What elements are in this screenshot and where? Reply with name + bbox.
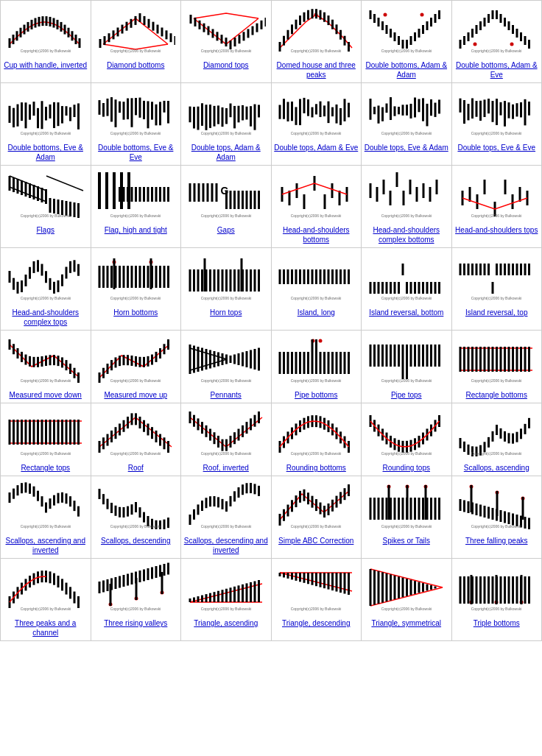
pattern-cell-island-reversal-bottom[interactable]: Copyright(c)2006 by BulkowskiIsland reve… — [362, 248, 452, 331]
pattern-cell-diamond-bottoms[interactable]: Copyright(c)2006 by BulkowskiDiamond bot… — [91, 1, 182, 83]
label-measured-move-up[interactable]: Measured move up — [104, 390, 167, 400]
pattern-cell-scallops-descending[interactable]: Copyright(c)2006 by BulkowskiScallops, d… — [91, 476, 182, 559]
pattern-cell-cup-with-handle-inverted[interactable]: Copyright(c)2006 by BulkowskiCup with ha… — [1, 1, 91, 83]
pattern-cell-spikes-tails[interactable]: Copyright(c)2006 by BulkowskiSpikes or T… — [362, 476, 452, 559]
pattern-cell-measured-move-down[interactable]: Copyright(c)2006 by BulkowskiMeasured mo… — [1, 331, 91, 403]
pattern-cell-measured-move-up[interactable]: Copyright(c)2006 by BulkowskiMeasured mo… — [91, 331, 182, 403]
pattern-cell-head-shoulders-complex-bottoms[interactable]: Copyright(c)2006 by BulkowskiHead-and-sh… — [362, 166, 452, 248]
label-roof[interactable]: Roof — [128, 463, 144, 473]
pattern-cell-scallops-ascending[interactable]: Copyright(c)2006 by BulkowskiScallops, a… — [452, 403, 543, 476]
label-scallops-ascending-inverted[interactable]: Scallops, ascending and inverted — [2, 536, 89, 555]
label-measured-move-down[interactable]: Measured move down — [10, 390, 82, 400]
label-triangle-symmetrical[interactable]: Triangle, symmetrical — [371, 618, 441, 628]
label-double-tops-ae[interactable]: Double tops, Adam & Eve — [274, 143, 358, 152]
pattern-cell-three-peaks-channel[interactable]: Copyright(c)2006 by BulkowskiThree peaks… — [1, 559, 91, 641]
label-head-shoulders-bottoms[interactable]: Head-and-shoulders bottoms — [273, 225, 360, 244]
pattern-cell-horn-bottoms[interactable]: Copyright(c)2006 by BulkowskiHorn bottom… — [91, 248, 182, 331]
pattern-cell-horn-tops[interactable]: Copyright(c)2006 by BulkowskiHorn tops — [181, 248, 272, 331]
pattern-cell-head-shoulders-complex-tops[interactable]: Copyright(c)2006 by BulkowskiHead-and-sh… — [1, 248, 91, 331]
pattern-cell-triangle-symmetrical[interactable]: Copyright(c)2006 by BulkowskiTriangle, s… — [362, 559, 452, 641]
pattern-cell-double-bottoms-ee[interactable]: Copyright(c)2006 by BulkowskiDouble bott… — [91, 83, 182, 166]
svg-text:Copyright(c)2006 by Bulkowski: Copyright(c)2006 by Bulkowski — [471, 607, 522, 611]
label-triangle-descending[interactable]: Triangle, descending — [282, 618, 350, 628]
pattern-cell-triangle-ascending[interactable]: Copyright(c)2006 by BulkowskiTriangle, a… — [181, 559, 272, 641]
pattern-cell-rounding-bottoms[interactable]: Copyright(c)2006 by BulkowskiRounding bo… — [272, 403, 362, 476]
pattern-cell-rectangle-tops[interactable]: Copyright(c)2006 by BulkowskiRectangle t… — [1, 403, 91, 476]
label-rectangle-bottoms[interactable]: Rectangle bottoms — [466, 390, 527, 400]
label-island-reversal-top[interactable]: Island reversal, top — [465, 308, 528, 317]
pattern-cell-triangle-descending[interactable]: Copyright(c)2006 by BulkowskiTriangle, d… — [272, 559, 362, 641]
pattern-cell-double-bottoms-ea[interactable]: Copyright(c)2006 by BulkowskiDouble bott… — [1, 83, 91, 166]
pattern-cell-flags[interactable]: Copyright(c)2006 by BulkowskiFlags — [1, 166, 91, 248]
label-double-tops-aa[interactable]: Double tops, Adam & Adam — [183, 143, 270, 162]
label-head-shoulders-complex-tops[interactable]: Head-and-shoulders complex tops — [2, 308, 89, 327]
pattern-cell-flag-high-tight[interactable]: Copyright(c)2006 by BulkowskiFlag, high … — [91, 166, 182, 248]
pattern-cell-scallops-ascending-inverted[interactable]: Copyright(c)2006 by BulkowskiScallops, a… — [1, 476, 91, 559]
svg-text:Copyright(c)2006 by Bulkowski: Copyright(c)2006 by Bulkowski — [20, 451, 71, 456]
label-scallops-descending-inverted[interactable]: Scallops, descending and inverted — [183, 536, 270, 555]
label-rounding-tops[interactable]: Rounding tops — [383, 463, 431, 473]
label-rectangle-tops[interactable]: Rectangle tops — [21, 463, 70, 473]
pattern-cell-roof-inverted[interactable]: Copyright(c)2006 by BulkowskiRoof, inver… — [181, 403, 272, 476]
label-pennants[interactable]: Pennants — [211, 390, 242, 400]
label-scallops-descending[interactable]: Scallops, descending — [101, 536, 171, 545]
label-cup-with-handle-inverted[interactable]: Cup with handle, inverted — [4, 60, 87, 70]
label-gaps[interactable]: Gaps — [217, 225, 235, 235]
label-flags[interactable]: Flags — [37, 225, 54, 235]
pattern-cell-simple-abc[interactable]: Copyright(c)2006 by BulkowskiSimple ABC … — [272, 476, 362, 559]
label-three-falling-peaks[interactable]: Three falling peaks — [465, 536, 528, 545]
label-roof-inverted[interactable]: Roof, inverted — [203, 463, 249, 473]
pattern-cell-double-tops-ea[interactable]: Copyright(c)2006 by BulkowskiDouble tops… — [362, 83, 452, 166]
label-double-tops-ea[interactable]: Double tops, Eve & Adam — [365, 143, 448, 152]
label-spikes-tails[interactable]: Spikes or Tails — [383, 536, 430, 545]
pattern-cell-head-shoulders-tops[interactable]: Copyright(c)2006 by BulkowskiHead-and-sh… — [452, 166, 543, 248]
label-triple-bottoms[interactable]: Triple bottoms — [474, 618, 520, 628]
pattern-cell-roof[interactable]: Copyright(c)2006 by BulkowskiRoof — [91, 403, 182, 476]
label-double-bottoms-ae[interactable]: Double bottoms, Adam & Eve — [454, 60, 541, 80]
pattern-cell-pipe-tops[interactable]: Copyright(c)2006 by BulkowskiPipe tops — [362, 331, 452, 403]
svg-text:Copyright(c)2006 by Bulkowski: Copyright(c)2006 by Bulkowski — [110, 607, 161, 611]
pattern-cell-domed-house-three-peaks[interactable]: Copyright(c)2006 by BulkowskiDomed house… — [272, 1, 362, 83]
pattern-cell-three-falling-peaks[interactable]: Copyright(c)2006 by BulkowskiThree falli… — [452, 476, 543, 559]
label-three-rising-valleys[interactable]: Three rising valleys — [104, 618, 167, 628]
pattern-cell-triple-bottoms[interactable]: Copyright(c)2006 by BulkowskiTriple bott… — [452, 559, 543, 641]
label-diamond-bottoms[interactable]: Diamond bottoms — [107, 60, 164, 70]
pattern-cell-rectangle-bottoms[interactable]: Copyright(c)2006 by BulkowskiRectangle b… — [452, 331, 543, 403]
pattern-cell-diamond-tops[interactable]: Copyright(c)2006 by BulkowskiDiamond top… — [181, 1, 272, 83]
pattern-cell-double-tops-ee[interactable]: Copyright(c)2006 by BulkowskiDouble tops… — [452, 83, 543, 166]
label-island-long[interactable]: Island, long — [298, 308, 335, 317]
label-pipe-tops[interactable]: Pipe tops — [391, 390, 422, 400]
pattern-cell-gaps[interactable]: GCopyright(c)2006 by BulkowskiGaps — [181, 166, 272, 248]
label-pipe-bottoms[interactable]: Pipe bottoms — [295, 390, 337, 400]
pattern-cell-double-tops-ae[interactable]: Copyright(c)2006 by BulkowskiDouble tops… — [272, 83, 362, 166]
label-scallops-ascending[interactable]: Scallops, ascending — [464, 463, 529, 473]
pattern-cell-head-shoulders-bottoms[interactable]: Copyright(c)2006 by BulkowskiHead-and-sh… — [272, 166, 362, 248]
chart-scallops-ascending-inverted: Copyright(c)2006 by Bulkowski — [6, 479, 85, 534]
label-double-bottoms-aa[interactable]: Double bottoms, Adam & Adam — [363, 60, 450, 80]
pattern-cell-island-long[interactable]: Copyright(c)2006 by BulkowskiIsland, lon… — [272, 248, 362, 331]
label-flag-high-tight[interactable]: Flag, high and tight — [105, 225, 167, 235]
label-diamond-tops[interactable]: Diamond tops — [203, 60, 249, 70]
label-horn-bottoms[interactable]: Horn bottoms — [113, 308, 158, 317]
label-island-reversal-bottom[interactable]: Island reversal, bottom — [369, 308, 443, 317]
label-rounding-bottoms[interactable]: Rounding bottoms — [286, 463, 346, 473]
label-double-bottoms-ee[interactable]: Double bottoms, Eve & Eve — [93, 143, 180, 162]
label-horn-tops[interactable]: Horn tops — [210, 308, 242, 317]
pattern-cell-island-reversal-top[interactable]: Copyright(c)2006 by BulkowskiIsland reve… — [452, 248, 543, 331]
label-head-shoulders-complex-bottoms[interactable]: Head-and-shoulders complex bottoms — [363, 225, 450, 244]
label-domed-house-three-peaks[interactable]: Domed house and three peaks — [273, 60, 360, 80]
pattern-cell-scallops-descending-inverted[interactable]: Copyright(c)2006 by BulkowskiScallops, d… — [181, 476, 272, 559]
pattern-cell-rounding-tops[interactable]: Copyright(c)2006 by BulkowskiRounding to… — [362, 403, 452, 476]
label-three-peaks-channel[interactable]: Three peaks and a channel — [2, 618, 89, 637]
label-head-shoulders-tops[interactable]: Head-and-shoulders tops — [455, 225, 538, 235]
pattern-cell-pennants[interactable]: Copyright(c)2006 by BulkowskiPennants — [181, 331, 272, 403]
label-simple-abc[interactable]: Simple ABC Correction — [278, 536, 353, 545]
label-triangle-ascending[interactable]: Triangle, ascending — [194, 618, 258, 628]
pattern-cell-three-rising-valleys[interactable]: Copyright(c)2006 by BulkowskiThree risin… — [91, 559, 182, 641]
label-double-tops-ee[interactable]: Double tops, Eve & Eve — [457, 143, 535, 152]
pattern-cell-pipe-bottoms[interactable]: Copyright(c)2006 by BulkowskiPipe bottom… — [272, 331, 362, 403]
pattern-cell-double-tops-aa[interactable]: Copyright(c)2006 by BulkowskiDouble tops… — [181, 83, 272, 166]
label-double-bottoms-ea[interactable]: Double bottoms, Eve & Adam — [2, 143, 89, 162]
pattern-cell-double-bottoms-ae[interactable]: Copyright(c)2006 by BulkowskiDouble bott… — [452, 1, 543, 83]
pattern-cell-double-bottoms-aa[interactable]: Copyright(c)2006 by BulkowskiDouble bott… — [362, 1, 452, 83]
